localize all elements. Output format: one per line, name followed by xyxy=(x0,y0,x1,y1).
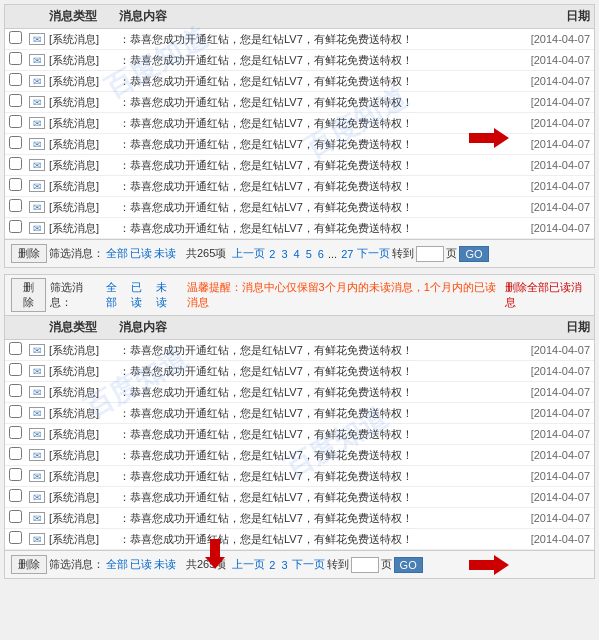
checkbox-9[interactable] xyxy=(9,531,22,544)
filter-all-top[interactable]: 全部 xyxy=(106,246,128,261)
filter-unread-bottom-footer[interactable]: 未读 xyxy=(154,557,176,572)
next-page-bottom[interactable]: 下一页 xyxy=(292,557,325,572)
filter-all-bottom-footer[interactable]: 全部 xyxy=(106,557,128,572)
mail-icon-4 xyxy=(29,117,45,129)
checkbox-9[interactable] xyxy=(9,220,22,233)
checkbox-2[interactable] xyxy=(9,384,22,397)
row-date-3: [2014-04-07 xyxy=(500,96,590,108)
header-date-bottom: 日期 xyxy=(500,319,590,336)
row-check-4[interactable] xyxy=(9,426,29,442)
checkbox-0[interactable] xyxy=(9,31,22,44)
checkbox-2[interactable] xyxy=(9,73,22,86)
row-check-3[interactable] xyxy=(9,405,29,421)
prev-page-bottom[interactable]: 上一页 xyxy=(232,557,265,572)
row-icon-2 xyxy=(29,385,49,399)
delete-button-top[interactable]: 删除 xyxy=(11,244,47,263)
row-check-0[interactable] xyxy=(9,342,29,358)
filter-read-bottom-footer[interactable]: 已读 xyxy=(130,557,152,572)
checkbox-8[interactable] xyxy=(9,199,22,212)
row-check-8[interactable] xyxy=(9,199,29,215)
filter-read-top[interactable]: 已读 xyxy=(130,246,152,261)
page-unit-bottom: 页 xyxy=(381,557,392,572)
row-check-4[interactable] xyxy=(9,115,29,131)
row-check-5[interactable] xyxy=(9,447,29,463)
row-date-0: [2014-04-07 xyxy=(500,344,590,356)
go-button-bottom[interactable]: GO xyxy=(394,557,423,573)
page-5-top[interactable]: 5 xyxy=(304,248,314,260)
mail-icon-6 xyxy=(29,159,45,171)
row-date-9: [2014-04-07 xyxy=(500,222,590,234)
checkbox-7[interactable] xyxy=(9,178,22,191)
row-check-6[interactable] xyxy=(9,157,29,173)
page-3-bottom[interactable]: 3 xyxy=(279,559,289,571)
checkbox-7[interactable] xyxy=(9,489,22,502)
row-check-6[interactable] xyxy=(9,468,29,484)
filter-read-bottom[interactable]: 已读 xyxy=(131,280,152,310)
checkbox-3[interactable] xyxy=(9,405,22,418)
page-6-top[interactable]: 6 xyxy=(316,248,326,260)
checkbox-6[interactable] xyxy=(9,468,22,481)
page-3-top[interactable]: 3 xyxy=(279,248,289,260)
checkbox-6[interactable] xyxy=(9,157,22,170)
row-icon-4 xyxy=(29,116,49,130)
row-icon-5 xyxy=(29,448,49,462)
mail-icon-3 xyxy=(29,96,45,108)
filter-label-top: 筛选消息： xyxy=(49,246,104,261)
row-type-9: [系统消息] xyxy=(49,221,119,236)
checkbox-3[interactable] xyxy=(9,94,22,107)
row-check-8[interactable] xyxy=(9,510,29,526)
delete-button-bottom-top[interactable]: 删除 xyxy=(11,278,46,312)
filter-unread-top[interactable]: 未读 xyxy=(154,246,176,261)
row-date-8: [2014-04-07 xyxy=(500,512,590,524)
row-check-1[interactable] xyxy=(9,52,29,68)
checkbox-1[interactable] xyxy=(9,52,22,65)
row-content-0: ：恭喜您成功开通红钻，您是红钻LV7，有鲜花免费送特权！ xyxy=(119,343,500,358)
page-2-top[interactable]: 2 xyxy=(267,248,277,260)
row-check-2[interactable] xyxy=(9,73,29,89)
checkbox-5[interactable] xyxy=(9,447,22,460)
row-check-9[interactable] xyxy=(9,531,29,547)
row-check-3[interactable] xyxy=(9,94,29,110)
checkbox-5[interactable] xyxy=(9,136,22,149)
table-row: [系统消息] ：恭喜您成功开通红钻，您是红钻LV7，有鲜花免费送特权！ [201… xyxy=(5,466,594,487)
header-date-top: 日期 xyxy=(500,8,590,25)
delete-button-bottom[interactable]: 删除 xyxy=(11,555,47,574)
page-input-top[interactable] xyxy=(416,246,444,262)
page-2-bottom[interactable]: 2 xyxy=(267,559,277,571)
filter-all-bottom[interactable]: 全部 xyxy=(106,280,127,310)
arrow-indicator-bottom-down xyxy=(205,539,225,572)
row-date-2: [2014-04-07 xyxy=(500,386,590,398)
delete-all-read-bottom[interactable]: 删除全部已读消息 xyxy=(505,280,588,310)
next-page-top[interactable]: 下一页 xyxy=(357,246,390,261)
row-icon-5 xyxy=(29,137,49,151)
row-check-7[interactable] xyxy=(9,489,29,505)
mail-icon-7 xyxy=(29,180,45,192)
header-check-top xyxy=(9,8,29,25)
page-27-top[interactable]: 27 xyxy=(339,248,355,260)
row-type-8: [系统消息] xyxy=(49,511,119,526)
svg-marker-2 xyxy=(205,539,225,569)
filter-label-bottom: 筛选消息： xyxy=(50,280,102,310)
page-4-top[interactable]: 4 xyxy=(292,248,302,260)
row-check-5[interactable] xyxy=(9,136,29,152)
checkbox-8[interactable] xyxy=(9,510,22,523)
row-check-0[interactable] xyxy=(9,31,29,47)
row-content-9: ：恭喜您成功开通红钻，您是红钻LV7，有鲜花免费送特权！ xyxy=(119,532,500,547)
prev-page-top[interactable]: 上一页 xyxy=(232,246,265,261)
row-icon-2 xyxy=(29,74,49,88)
checkbox-0[interactable] xyxy=(9,342,22,355)
row-check-7[interactable] xyxy=(9,178,29,194)
checkbox-1[interactable] xyxy=(9,363,22,376)
go-button-top[interactable]: GO xyxy=(459,246,488,262)
header-content-top: 消息内容 xyxy=(119,8,500,25)
pagination-top: 2 3 4 5 6 ... 27 xyxy=(267,248,355,260)
row-content-4: ：恭喜您成功开通红钻，您是红钻LV7，有鲜花免费送特权！ xyxy=(119,116,500,131)
row-check-9[interactable] xyxy=(9,220,29,236)
page-input-bottom[interactable] xyxy=(351,557,379,573)
row-check-1[interactable] xyxy=(9,363,29,379)
checkbox-4[interactable] xyxy=(9,426,22,439)
filter-unread-bottom[interactable]: 未读 xyxy=(156,280,177,310)
row-check-2[interactable] xyxy=(9,384,29,400)
checkbox-4[interactable] xyxy=(9,115,22,128)
row-content-4: ：恭喜您成功开通红钻，您是红钻LV7，有鲜花免费送特权！ xyxy=(119,427,500,442)
